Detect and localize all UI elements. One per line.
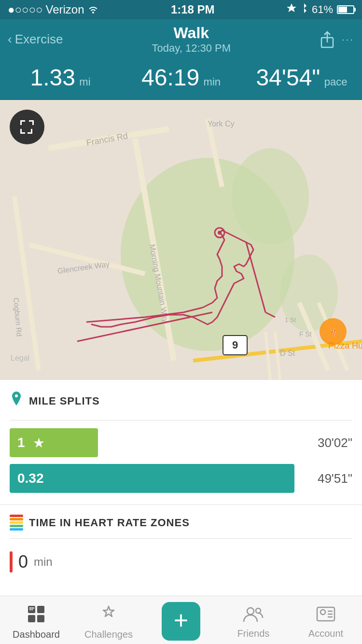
svg-point-45 [256,608,261,613]
tab-account-label: Account [308,628,343,639]
back-button[interactable]: ‹ Exercise [8,32,63,47]
tab-dashboard[interactable]: Dashboard [0,601,72,640]
mile-splits-section: MILE SPLITS 1 ★ 30'02" 0.32 49'51" [0,380,362,504]
hr-min-bar [10,551,13,573]
tab-account[interactable]: Account [290,602,362,639]
status-time: 1:18 PM [171,3,215,16]
split-2-label: 0.32 [17,471,44,486]
more-button[interactable]: ··· [342,34,354,45]
hr-divider [10,538,352,539]
pace-stat: 34'54" pace [241,64,362,92]
map-container: Francis Rd York Cy Morning Mountain Way … [0,100,362,380]
battery-percent: 61% [312,3,333,16]
svg-text:Legal: Legal [11,354,29,362]
heart-rate-zones-section: TIME IN HEART RATE ZONES 0 min [0,504,362,582]
tab-add[interactable]: + [145,598,217,643]
back-chevron-icon: ‹ [8,32,12,47]
workout-title: Walk [152,24,231,42]
duration-stat: 46:19 min [121,64,241,92]
svg-rect-39 [29,607,31,609]
svg-rect-40 [31,607,33,609]
duration-unit: min [204,76,221,88]
header-center: Walk Today, 12:30 PM [152,24,231,55]
pace-value: 34'54" [256,65,320,90]
expand-map-button[interactable] [10,110,44,144]
heart-rate-title: TIME IN HEART RATE ZONES [29,517,190,529]
location-icon [287,3,296,16]
mile-splits-title: MILE SPLITS [29,395,100,407]
split-1-time: 30'02" [304,435,352,450]
mile-splits-divider [10,420,352,420]
svg-point-3 [232,148,309,245]
map-background: Francis Rd York Cy Morning Mountain Way … [0,100,362,380]
status-bar: ●○○○○ Verizon 1:18 PM 61% [0,0,362,19]
tab-dashboard-label: Dashboard [13,629,60,640]
battery-icon [337,5,354,14]
svg-rect-41 [33,607,34,609]
dashboard-icon [27,604,46,626]
svg-rect-37 [28,615,35,622]
svg-rect-43 [31,609,33,610]
status-left: ●○○○○ Verizon [8,3,99,16]
svg-rect-38 [37,615,44,622]
header-actions: ··· [320,31,354,48]
stats-bar: 1.33 mi 46:19 min 34'54" pace [0,60,362,100]
svg-text:🍕: 🍕 [329,328,338,336]
friends-icon [243,605,264,625]
tab-bar: Dashboard Challenges + Friends [0,596,362,644]
svg-text:Pizza Hut: Pizza Hut [328,341,362,350]
heart-rate-icon [10,515,23,531]
add-button[interactable]: + [162,602,200,641]
svg-rect-36 [37,606,44,613]
split-bar-2: 0.32 [10,464,294,493]
split-bar-2-container: 0.32 [10,464,294,493]
account-icon [315,605,336,625]
tab-friends[interactable]: Friends [217,602,290,639]
svg-text:1 St: 1 St [285,316,296,323]
svg-point-34 [218,231,222,235]
split-row-2: 0.32 49'51" [10,464,352,493]
status-right: 61% [287,3,354,16]
split-1-label: 1 [17,435,25,450]
svg-text:9: 9 [232,339,238,351]
svg-rect-42 [29,609,31,610]
hr-min-unit: min [34,555,53,569]
split-bar-1: 1 ★ [10,428,98,457]
header: ‹ Exercise Walk Today, 12:30 PM ··· [0,19,362,60]
distance-value: 1.33 [30,65,75,90]
hr-min-row: 0 min [10,546,352,577]
hr-min-value: 0 [18,552,28,572]
split-bar-1-container: 1 ★ [10,428,294,457]
tab-friends-label: Friends [237,628,270,639]
duration-value: 46:19 [141,65,199,90]
distance-stat: 1.33 mi [0,64,121,92]
mile-splits-icon [10,392,23,410]
tab-challenges[interactable]: Challenges [72,601,145,640]
tab-challenges-label: Challenges [84,629,133,640]
svg-point-44 [247,608,254,615]
heart-rate-header: TIME IN HEART RATE ZONES [10,515,352,531]
split-row-1: 1 ★ 30'02" [10,428,352,457]
mile-splits-header: MILE SPLITS [10,392,352,410]
challenges-icon [99,604,118,626]
split-2-time: 49'51" [304,471,352,486]
add-icon: + [174,608,188,633]
pace-unit: pace [324,76,348,88]
workout-subtitle: Today, 12:30 PM [152,42,231,55]
bluetooth-icon [300,3,308,16]
share-button[interactable] [320,31,335,48]
svg-text:York Cy: York Cy [208,120,234,128]
wifi-icon [87,3,99,16]
svg-text:F St: F St [299,330,312,338]
svg-text:D St: D St [280,349,295,357]
carrier-label: Verizon [45,3,84,16]
split-1-star: ★ [33,435,45,451]
signal-indicator: ●○○○○ [8,3,42,16]
svg-point-47 [320,610,325,615]
back-label: Exercise [15,32,63,47]
distance-unit: mi [79,76,90,88]
